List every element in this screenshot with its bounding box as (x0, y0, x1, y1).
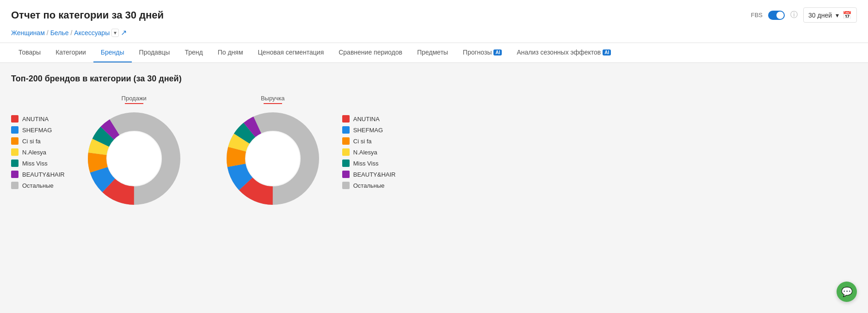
page-title: Отчет по категории за 30 дней (11, 9, 164, 21)
rev-legend-item-nalesya: N.Alesya (342, 148, 396, 156)
rev-legend-label-nalesya: N.Alesya (353, 149, 377, 156)
period-label: 30 дней (808, 12, 832, 19)
legend-color-beautyhair (11, 171, 18, 178)
header-top-row: Отчет по категории за 30 дней FBS ⓘ 30 д… (11, 7, 857, 23)
page-header: Отчет по категории за 30 дней FBS ⓘ 30 д… (0, 0, 868, 43)
rev-legend-item-missviss: Miss Viss (342, 160, 396, 167)
tab-goods[interactable]: Товары (11, 43, 48, 62)
legend-item-shefmag: SHEFMAG (11, 126, 65, 134)
tab-bydays[interactable]: По дням (210, 43, 251, 62)
legend-color-nalesya (11, 148, 18, 156)
tab-price-seg[interactable]: Ценовая сегментация (251, 43, 332, 62)
sales-legend: ANUTINA SHEFMAG Ci si fa N.Alesya Miss V… (11, 115, 65, 189)
seasonal-ai-badge: AI (603, 49, 611, 55)
donut-center (107, 132, 161, 185)
legend-label-beautyhair: BEAUTY&HAIR (22, 171, 65, 178)
tab-seasonal[interactable]: Анализ сезонных эффектов AI (509, 43, 618, 62)
rev-legend-color-cisifa (342, 137, 350, 145)
legend-color-shefmag (11, 126, 18, 134)
revenue-donut (222, 108, 324, 209)
period-selector[interactable]: 30 дней ▾ 📅 (803, 7, 857, 23)
sales-donut (83, 108, 185, 209)
tab-items[interactable]: Предметы (410, 43, 456, 62)
breadcrumb-dropdown[interactable]: ▾ (111, 29, 119, 37)
rev-legend-item-others: Остальные (342, 182, 396, 189)
breadcrumb-item-lingerie[interactable]: Белье (50, 29, 69, 37)
sales-chart-container: Продажи (83, 95, 185, 209)
toggle-knob (776, 12, 784, 19)
revenue-donut-svg (222, 108, 324, 209)
legend-label-missviss: Miss Viss (22, 160, 48, 167)
fbs-label: FBS (751, 12, 763, 18)
legend-label-others: Остальные (22, 182, 54, 189)
rev-legend-color-others (342, 182, 350, 189)
legend-color-cisifa (11, 137, 18, 145)
legend-color-anutina (11, 115, 18, 123)
rev-legend-item-shefmag: SHEFMAG (342, 126, 396, 134)
calendar-icon: 📅 (843, 11, 852, 19)
sales-chart-label: Продажи (122, 95, 147, 104)
sales-chart-section: ANUTINA SHEFMAG Ci si fa N.Alesya Miss V… (11, 95, 185, 209)
legend-label-cisifa: Ci si fa (22, 138, 41, 145)
tab-brands[interactable]: Бренды (93, 43, 132, 62)
rev-legend-color-missviss (342, 160, 350, 167)
rev-legend-color-nalesya (342, 148, 350, 156)
tabs-bar: Товары Категории Бренды Продавцы Тренд П… (0, 43, 868, 63)
revenue-chart-label: Выручка (261, 95, 285, 104)
donut-rev-center (246, 132, 300, 185)
forecast-ai-badge: AI (493, 49, 502, 55)
legend-label-anutina: ANUTINA (22, 116, 49, 123)
sales-donut-svg (83, 108, 185, 209)
rev-legend-item-anutina: ANUTINA (342, 115, 396, 123)
legend-color-missviss (11, 160, 18, 167)
rev-legend-label-shefmag: SHEFMAG (353, 127, 383, 134)
rev-legend-label-anutina: ANUTINA (353, 116, 380, 123)
rev-legend-color-beautyhair (342, 171, 350, 178)
legend-item-missviss: Miss Viss (11, 160, 65, 167)
legend-item-cisifa: Ci si fa (11, 137, 65, 145)
rev-legend-label-cisifa: Ci si fa (353, 138, 372, 145)
main-content: Топ-200 брендов в категории (за 30 дней)… (0, 63, 868, 221)
rev-legend-label-others: Остальные (353, 182, 385, 189)
charts-row: ANUTINA SHEFMAG Ci si fa N.Alesya Miss V… (11, 95, 857, 209)
fbs-toggle[interactable] (768, 11, 785, 20)
tab-forecast[interactable]: Прогнозы AI (456, 43, 510, 62)
legend-color-others (11, 182, 18, 189)
revenue-legend: ANUTINA SHEFMAG Ci si fa N.Alesya Miss V… (342, 115, 396, 189)
tab-categories[interactable]: Категории (48, 43, 93, 62)
breadcrumb-sep-1: / (47, 29, 49, 37)
breadcrumb-sep-2: / (70, 29, 72, 37)
info-icon[interactable]: ⓘ (790, 10, 798, 20)
rev-legend-label-beautyhair: BEAUTY&HAIR (353, 171, 396, 178)
legend-item-others: Остальные (11, 182, 65, 189)
tab-sellers[interactable]: Продавцы (132, 43, 178, 62)
rev-legend-color-anutina (342, 115, 350, 123)
external-link-icon[interactable]: ↗ (121, 28, 127, 37)
header-controls: FBS ⓘ 30 дней ▾ 📅 (751, 7, 857, 23)
rev-legend-item-beautyhair: BEAUTY&HAIR (342, 171, 396, 178)
breadcrumb-item-accessories[interactable]: Аксессуары (74, 29, 110, 37)
rev-legend-label-missviss: Miss Viss (353, 160, 379, 167)
tab-trend[interactable]: Тренд (177, 43, 210, 62)
breadcrumb: Женщинам / Белье / Аксессуары ▾ ↗ (11, 28, 857, 43)
legend-item-beautyhair: BEAUTY&HAIR (11, 171, 65, 178)
breadcrumb-item-women[interactable]: Женщинам (11, 29, 45, 37)
revenue-chart-section: Выручка (222, 95, 396, 209)
rev-legend-item-cisifa: Ci si fa (342, 137, 396, 145)
period-dropdown-arrow: ▾ (836, 12, 839, 19)
revenue-chart-container: Выручка (222, 95, 324, 209)
legend-label-nalesya: N.Alesya (22, 149, 46, 156)
rev-legend-color-shefmag (342, 126, 350, 134)
legend-item-nalesya: N.Alesya (11, 148, 65, 156)
legend-label-shefmag: SHEFMAG (22, 127, 52, 134)
section-title: Топ-200 брендов в категории (за 30 дней) (11, 74, 857, 84)
tab-compare[interactable]: Сравнение периодов (331, 43, 410, 62)
legend-item-anutina: ANUTINA (11, 115, 65, 123)
